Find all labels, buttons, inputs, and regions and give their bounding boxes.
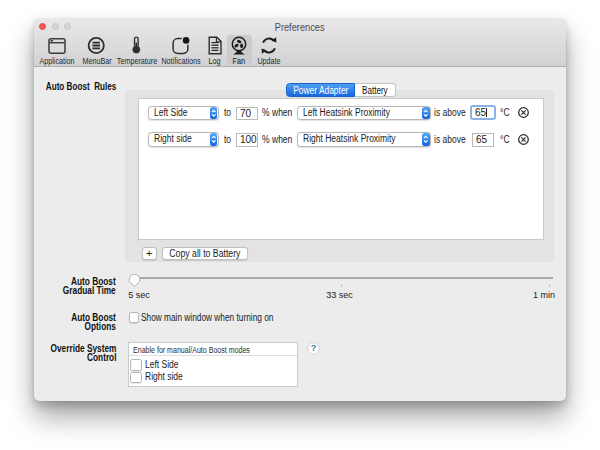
svg-text:?: ? [310, 343, 316, 353]
